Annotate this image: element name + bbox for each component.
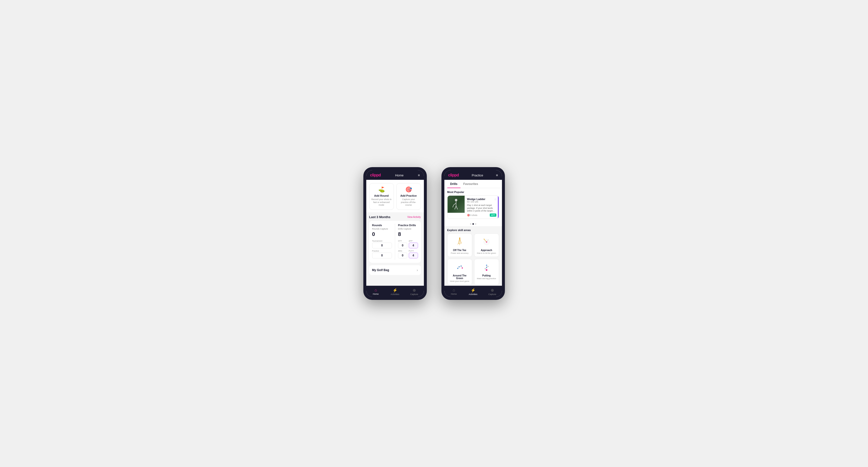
practice-nav-home[interactable]: ⌂ Home xyxy=(444,286,464,297)
drill-star-icon[interactable]: ☆ xyxy=(494,198,497,201)
svg-point-0 xyxy=(455,199,457,201)
svg-point-9 xyxy=(459,238,460,239)
app-label: APP xyxy=(409,240,418,242)
practice-nav-capture[interactable]: ⊕ Capture xyxy=(483,286,502,297)
home-nav-icon: ⌂ xyxy=(375,288,377,292)
arg-label: ARG xyxy=(398,250,407,252)
skill-desc-approach: Dial-in to hit the green xyxy=(476,252,497,254)
svg-line-5 xyxy=(453,205,454,208)
practice-title: Practice xyxy=(472,174,483,177)
skill-name-approach: Approach xyxy=(476,249,497,252)
nav-home[interactable]: ⌂ Home xyxy=(366,286,385,297)
shots-icon: 🎯 xyxy=(467,214,470,216)
practice-nav-activities[interactable]: ⚡ Activities xyxy=(463,286,483,297)
arg-value: 0 xyxy=(398,252,407,258)
practice-tabs: Drills Favourites xyxy=(444,180,502,188)
add-round-desc: Record your shots in fast or enhanced mo… xyxy=(371,198,392,207)
drills-top-row: OTT 0 APP 4 xyxy=(398,240,418,248)
drill-card-wedge[interactable]: Wedge Ladder 50–100 yds Play 1 shot at e… xyxy=(447,195,499,219)
skill-name-atg: Around The Green xyxy=(450,274,470,280)
practice-logo: clippd xyxy=(448,173,459,177)
tab-drills[interactable]: Drills xyxy=(447,180,461,188)
svg-point-12 xyxy=(461,243,461,243)
tournament-label: Tournament xyxy=(372,240,392,242)
skill-card-putting[interactable]: Putting Make and lag practice xyxy=(474,259,499,285)
golf-bag-chevron: › xyxy=(417,268,418,272)
practice-menu-icon[interactable]: ≡ xyxy=(496,173,498,177)
home-logo: clippd xyxy=(370,173,381,177)
practice-bottom-nav: ⌂ Home ⚡ Activities ⊕ Capture xyxy=(444,286,502,297)
practice-header: clippd Practice ≡ xyxy=(444,170,502,180)
tab-favourites[interactable]: Favourites xyxy=(461,180,481,188)
app-value: 4 xyxy=(409,243,418,248)
popular-label: Most Popular xyxy=(447,191,499,193)
skill-desc-ott: Power and accuracy xyxy=(450,252,470,254)
phone-practice: clippd Practice ≡ Drills Favourites Most… xyxy=(441,167,505,300)
ott-value: 0 xyxy=(398,243,407,248)
stats-card: Rounds Rounds Capture 0 Tournament 0 Pra… xyxy=(369,221,421,263)
putt-value: 4 xyxy=(409,252,418,258)
svg-line-8 xyxy=(460,238,461,243)
add-round-title: Add Round xyxy=(371,194,392,197)
rounds-title: Rounds xyxy=(372,224,392,227)
skill-card-off-the-tee[interactable]: Off The Tee Power and accuracy xyxy=(447,234,472,257)
activity-section-title: Last 3 Months xyxy=(369,215,391,219)
practice-home-label: Home xyxy=(451,293,457,295)
practice-value: 0 xyxy=(372,252,392,258)
approach-icon xyxy=(476,237,497,247)
dot-2 xyxy=(472,223,474,225)
golf-bag-label: My Golf Bag xyxy=(372,269,389,272)
home-title: Home xyxy=(395,174,404,177)
add-practice-desc: Capture your practice off-the-course xyxy=(399,198,419,207)
drill-footer: 🎯 9 shots APP xyxy=(467,214,496,217)
drill-image-inner xyxy=(447,196,465,213)
putt-stat: PUTT 4 xyxy=(409,250,418,258)
practice-label: Practice xyxy=(372,250,392,252)
nav-capture[interactable]: ⊕ Capture xyxy=(405,286,424,297)
golf-bag-row[interactable]: My Golf Bag › xyxy=(369,265,421,275)
drill-yardage: 50–100 yds xyxy=(467,200,496,203)
practice-capture-label: Capture xyxy=(488,293,496,295)
drill-description: Play 1 shot at each target yardage. If y… xyxy=(467,204,496,213)
drills-capture-label: Drills Capture xyxy=(398,228,418,230)
svg-line-13 xyxy=(458,244,458,245)
action-cards-container: ⛳ Add Round Record your shots in fast or… xyxy=(366,180,424,212)
capture-nav-label: Capture xyxy=(410,293,418,295)
ott-label: OTT xyxy=(398,240,407,242)
drill-shots: 🎯 9 shots xyxy=(467,214,477,216)
home-header: clippd Home ≡ xyxy=(366,170,424,180)
drill-name: Wedge Ladder xyxy=(467,198,496,200)
drills-capture-value: 8 xyxy=(398,231,418,238)
svg-line-2 xyxy=(454,203,456,205)
putt-label: PUTT xyxy=(409,250,418,252)
rounds-mini-row: Tournament 0 xyxy=(372,240,392,248)
approach-svg xyxy=(482,237,492,247)
app-stat: APP 4 xyxy=(409,240,418,248)
skill-name-ott: Off The Tee xyxy=(450,249,470,252)
home-bottom-nav: ⌂ Home ⚡ Activities ⊕ Capture xyxy=(366,286,424,297)
practice-stat: Practice 0 xyxy=(372,250,392,258)
skill-card-atg[interactable]: Around The Green Hone your short game xyxy=(447,259,472,285)
tournament-stat: Tournament 0 xyxy=(372,240,392,248)
add-practice-card[interactable]: 🎯 Add Practice Capture your practice off… xyxy=(396,183,421,210)
putting-icon xyxy=(476,262,497,273)
add-practice-icon: 🎯 xyxy=(399,186,419,193)
svg-point-19 xyxy=(484,239,485,239)
svg-point-29 xyxy=(487,266,488,267)
atg-icon xyxy=(450,262,470,273)
popular-section: Most Popular xyxy=(444,188,502,222)
dot-3 xyxy=(475,223,476,225)
activities-nav-icon: ⚡ xyxy=(393,288,398,292)
drill-info: Wedge Ladder 50–100 yds Play 1 shot at e… xyxy=(465,196,499,219)
add-round-card[interactable]: ⛳ Add Round Record your shots in fast or… xyxy=(369,183,394,210)
home-menu-icon[interactable]: ≡ xyxy=(418,173,420,177)
svg-point-24 xyxy=(462,268,463,269)
tournament-value: 0 xyxy=(372,243,392,248)
view-activity-link[interactable]: View Activity xyxy=(407,216,421,218)
skill-grid: Off The Tee Power and accuracy xyxy=(447,234,499,285)
skill-card-approach[interactable]: Approach Dial-in to hit the green xyxy=(474,234,499,257)
svg-line-6 xyxy=(458,238,460,243)
nav-activities[interactable]: ⚡ Activities xyxy=(385,286,405,297)
practice-mini-row: Practice 0 xyxy=(372,250,392,258)
practice-activities-icon: ⚡ xyxy=(471,288,475,292)
